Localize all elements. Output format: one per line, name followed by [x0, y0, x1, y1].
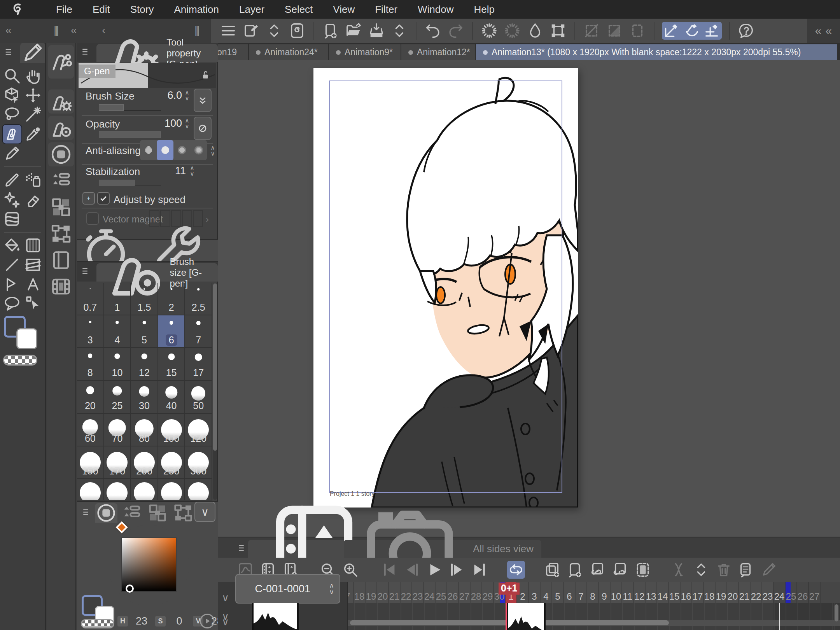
blend-tool[interactable] [3, 210, 21, 228]
brush-size-cell[interactable]: 300 [185, 446, 212, 479]
subtool-render[interactable] [48, 142, 74, 166]
layer-thumbnail[interactable] [252, 603, 299, 630]
tl-zoom-in-button[interactable] [341, 561, 359, 579]
subtool-swatches[interactable] [48, 195, 74, 219]
tool-property-tab[interactable]: Tool property [G-pen] [96, 44, 218, 62]
timeline-hscrollbar[interactable] [348, 620, 840, 626]
opacity-slider[interactable] [99, 131, 161, 138]
tl-new-animation-cel-button[interactable] [566, 561, 584, 579]
frame-20[interactable]: 20 [377, 582, 389, 603]
frame-9[interactable]: 9 [599, 582, 611, 603]
brush-size-cell[interactable]: 30 [131, 381, 158, 413]
snap-to-grid-button[interactable] [703, 22, 721, 40]
reset-display-button[interactable] [480, 22, 498, 40]
gradient-tool[interactable] [24, 236, 42, 255]
opacity-value[interactable]: 100 [155, 117, 182, 130]
menu-filter[interactable]: Filter [365, 4, 408, 16]
brush-size-cell[interactable]: 15 [158, 348, 186, 381]
subtool-pen-settings[interactable] [48, 89, 74, 114]
clear-view-button[interactable] [526, 22, 544, 40]
save-file-button[interactable] [368, 22, 385, 40]
decoration-tool[interactable] [3, 190, 21, 209]
text-tool[interactable] [24, 275, 42, 294]
brush-size-cell[interactable]: 200 [131, 446, 158, 479]
touch-operation-button[interactable] [242, 22, 260, 40]
brush-size-cell[interactable]: 2.5 [185, 283, 212, 315]
menu-story[interactable]: Story [120, 4, 164, 16]
brush-size-cell[interactable]: 70 [104, 414, 131, 446]
redo-button[interactable] [447, 22, 465, 40]
brush-size-scrollbar[interactable] [213, 284, 217, 500]
tl-select-cels-button[interactable] [634, 561, 652, 579]
frame-18[interactable]: 18 [354, 582, 366, 603]
lock-icon[interactable] [199, 69, 211, 82]
brush-size-cell[interactable]: 50 [185, 381, 212, 413]
aa-middle-option[interactable] [173, 140, 190, 160]
timeline-vscrollbar[interactable] [835, 604, 838, 621]
track-collapse-icon[interactable]: ∨ [222, 592, 229, 604]
frame-border-tool[interactable] [24, 256, 42, 274]
hand-tool[interactable] [24, 66, 42, 85]
frame-19[interactable]: 19 [366, 582, 377, 603]
subtool-nodes[interactable] [48, 222, 74, 246]
tl-edit-button[interactable] [760, 561, 778, 579]
cut-stepper-icon[interactable]: ∧∨ [329, 582, 334, 595]
eyedropper-tool[interactable] [24, 125, 42, 144]
brush-size-cell[interactable]: 120 [185, 414, 212, 446]
operation-tool[interactable] [3, 86, 21, 105]
stabilization-value[interactable]: 11 [166, 165, 186, 177]
brush-size-cell[interactable]: 0.7 [77, 283, 104, 315]
aa-stepper[interactable]: ∧∨ [208, 145, 217, 156]
document-tab[interactable]: Animation9* [329, 44, 401, 60]
toolbar-expand-button[interactable] [265, 22, 283, 40]
brush-size-cell[interactable]: 250 [158, 446, 186, 479]
save-expand-button[interactable] [390, 22, 408, 40]
frame-27[interactable]: 27 [459, 582, 471, 603]
collapse-toolbar-icon[interactable]: « [815, 24, 822, 37]
add-setting-button[interactable]: + [82, 192, 95, 205]
pen-tool[interactable] [3, 125, 21, 144]
menu-help[interactable]: Help [464, 4, 505, 16]
canvas-page[interactable]: Project 1 1 story [313, 68, 578, 508]
frame-29[interactable]: 29 [482, 582, 494, 603]
document-tab[interactable]: Animation12* [401, 44, 476, 60]
brush-size-stepper[interactable]: ∧∨ [183, 89, 191, 101]
figure-tool[interactable] [3, 256, 21, 274]
brush-size-cell[interactable]: 12 [131, 348, 158, 381]
tl-loop-playback-button[interactable] [507, 561, 525, 579]
frame-6[interactable]: 6 [564, 582, 576, 603]
frame-21[interactable]: 21 [389, 582, 401, 603]
tl-specify-cel-button[interactable] [589, 561, 607, 579]
brush-tool[interactable] [3, 171, 21, 189]
selection-area-button[interactable] [628, 22, 646, 40]
tl-play-button[interactable] [425, 561, 443, 579]
balloon-tool[interactable] [3, 294, 21, 313]
aa-weak-option[interactable] [157, 140, 173, 160]
frame-4[interactable]: 4 [541, 582, 552, 603]
tl-next-frame-button[interactable] [448, 561, 466, 579]
frame-8[interactable]: 8 [587, 582, 599, 603]
frame-15[interactable]: 15 [669, 582, 681, 603]
brush-size-cell[interactable]: 5 [131, 315, 158, 348]
stabilization-stepper[interactable]: ∧∨ [188, 165, 196, 177]
brush-size-cell[interactable] [158, 479, 186, 500]
frame-11[interactable]: 11 [622, 582, 634, 603]
brush-size-cell[interactable]: 7 [185, 315, 212, 348]
collapse-left-icon[interactable]: « [5, 24, 12, 37]
timeline-menu-icon[interactable] [236, 542, 248, 555]
brush-size-cell[interactable] [131, 479, 158, 500]
tl-release-cel-button[interactable] [611, 561, 629, 579]
subtool-film[interactable] [48, 275, 74, 299]
hsv-s-value[interactable]: 0 [171, 615, 187, 627]
tab-intermediate-color[interactable] [172, 503, 194, 523]
tl-onion-skin-button[interactable] [737, 561, 755, 579]
tl-flip-button[interactable] [670, 561, 688, 579]
subtool-pen-target[interactable] [48, 116, 74, 140]
brush-size-tab[interactable]: Brush size [G-pen] [96, 263, 218, 282]
canvas-area[interactable]: Project 1 1 story [218, 60, 840, 537]
brush-size-menu-icon[interactable] [80, 265, 92, 278]
canvas-artwork[interactable] [313, 68, 578, 508]
color-transparent-swatch[interactable] [81, 619, 114, 628]
frame-21[interactable]: 21 [739, 582, 751, 603]
frame-10[interactable]: 10 [611, 582, 622, 603]
